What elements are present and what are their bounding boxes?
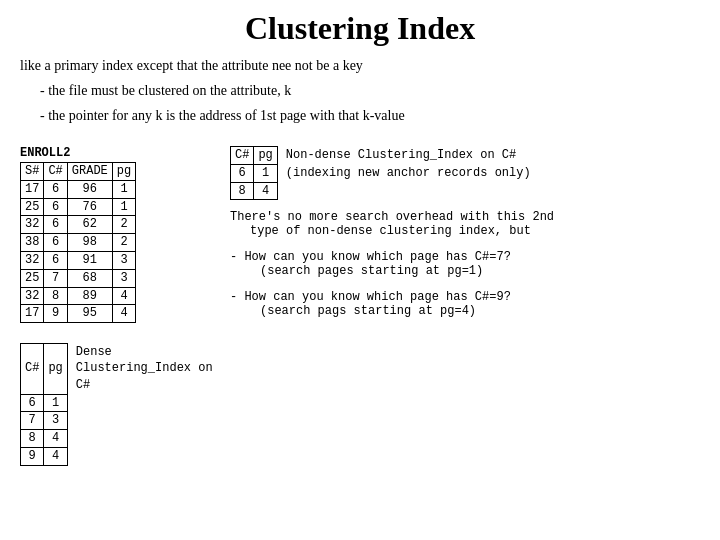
theres-text-line1: There's no more search overhead with thi… [230, 210, 700, 224]
dense-label-header: Dense Clustering_Index on C# [67, 344, 219, 394]
table-row: 6 [44, 216, 67, 234]
nondense-index-table: C# pg 6184 [230, 146, 278, 200]
enroll2-label: ENROLL2 [20, 146, 220, 160]
table-row: 25 [21, 269, 44, 287]
table-row: 8 [21, 430, 44, 448]
enroll2-table: S# C# GRADE pg 1769612567613266223869823… [20, 162, 136, 323]
table-row: 1 [44, 394, 67, 412]
table-row: 6 [21, 394, 44, 412]
enroll2-header-s: S# [21, 163, 44, 181]
q2-section: - How can you know which page has C#=9? … [230, 290, 700, 318]
table-row: 4 [44, 447, 67, 465]
table-row: 8 [44, 287, 67, 305]
table-row: 98 [67, 234, 112, 252]
table-row: 32 [21, 216, 44, 234]
q1-text: - How can you know which page has C#=7? [230, 250, 700, 264]
nondense-header-pg: pg [254, 147, 277, 165]
intro-line2: - the file must be clustered on the attr… [20, 80, 700, 101]
intro-line1: like a primary index except that the att… [20, 55, 700, 76]
dense-index-section: C# pg Dense Clustering_Index on C# 61738… [20, 343, 220, 466]
table-row: 6 [44, 251, 67, 269]
table-row: 1 [112, 198, 135, 216]
dense-header-c: C# [21, 344, 44, 394]
q1-ans: (search pages starting at pg=1) [230, 264, 700, 278]
table-row: 38 [21, 234, 44, 252]
table-row: 6 [231, 164, 254, 182]
table-row: 89 [67, 287, 112, 305]
table-row: 6 [44, 198, 67, 216]
table-row: 8 [231, 182, 254, 200]
table-row: 3 [44, 412, 67, 430]
nondense-header-c: C# [231, 147, 254, 165]
dense-index-table: C# pg Dense Clustering_Index on C# 61738… [20, 343, 220, 466]
table-row: 4 [112, 287, 135, 305]
q1-section: - How can you know which page has C#=7? … [230, 250, 700, 278]
table-row: 4 [112, 305, 135, 323]
table-row: 17 [21, 305, 44, 323]
table-row: 4 [44, 430, 67, 448]
table-row: 9 [44, 305, 67, 323]
nondense-desc: (indexing new anchor records only) [286, 166, 531, 180]
right-panel: C# pg 6184 Non-dense Clustering_Index on… [230, 146, 700, 466]
table-row: 6 [44, 234, 67, 252]
table-row: 32 [21, 287, 44, 305]
table-row: 95 [67, 305, 112, 323]
table-row: 4 [254, 182, 277, 200]
dense-header-pg: pg [44, 344, 67, 394]
theres-section: There's no more search overhead with thi… [230, 210, 700, 238]
table-row: 2 [112, 216, 135, 234]
enroll2-header-pg: pg [112, 163, 135, 181]
nondense-label: Non-dense Clustering_Index on C# [286, 148, 516, 162]
table-row: 25 [21, 198, 44, 216]
table-row: 76 [67, 198, 112, 216]
left-panel: ENROLL2 S# C# GRADE pg 17696125676132662… [20, 146, 220, 466]
intro-line3: - the pointer for any k is the address o… [20, 105, 700, 126]
enroll2-header-grade: GRADE [67, 163, 112, 181]
table-row: 68 [67, 269, 112, 287]
table-row: 32 [21, 251, 44, 269]
table-row: 7 [44, 269, 67, 287]
table-row: 1 [254, 164, 277, 182]
table-row: 1 [112, 180, 135, 198]
table-row: 6 [44, 180, 67, 198]
table-row: 2 [112, 234, 135, 252]
nondense-label-area: Non-dense Clustering_Index on C# (indexi… [286, 146, 531, 182]
table-row: 96 [67, 180, 112, 198]
enroll2-header-c: C# [44, 163, 67, 181]
table-row: 7 [21, 412, 44, 430]
page-title: Clustering Index [20, 10, 700, 47]
table-row: 91 [67, 251, 112, 269]
q2-ans: (search pags starting at pg=4) [230, 304, 700, 318]
table-row: 3 [112, 251, 135, 269]
theres-text-line2: type of non-dense clustering index, but [230, 224, 700, 238]
table-row: 17 [21, 180, 44, 198]
q2-text: - How can you know which page has C#=9? [230, 290, 700, 304]
table-row: 3 [112, 269, 135, 287]
table-row: 9 [21, 447, 44, 465]
table-row: 62 [67, 216, 112, 234]
